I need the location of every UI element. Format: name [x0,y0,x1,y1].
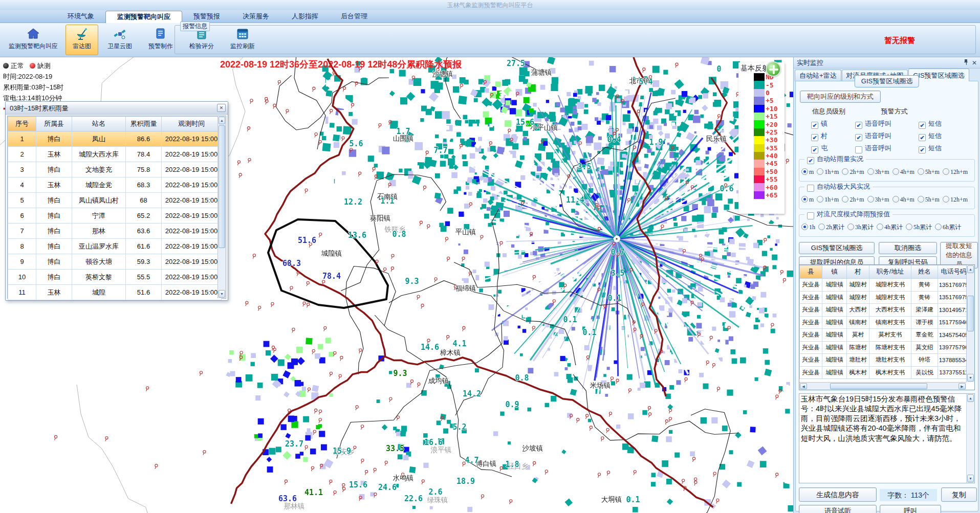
scroll-down-icon[interactable]: ▼ [219,290,225,298]
table-row[interactable]: 兴业县城隍镇枫木村枫木村支书吴以悦137375511 [800,366,970,379]
radio-icon[interactable] [935,224,942,230]
radio-option-12h+m[interactable]: 12h+m [943,195,971,203]
menu-tab-人影指挥[interactable]: 人影指挥 [280,10,330,23]
message-scrollbar[interactable]: ▲ ▼ [966,394,974,483]
table-row[interactable]: 9博白顿谷大塘59.32022-08-19 15:00 [8,254,222,270]
table-row[interactable]: 6博白宁潭65.22022-08-19 15:00 [8,208,222,224]
rain-table-scrollbar[interactable]: ▲ ▼ [217,116,226,298]
table-row[interactable]: 兴业县城隍镇城隍村城隍村支书黄铸135176975 [800,291,970,304]
contact-col-header-镇[interactable]: 镇 [822,265,847,279]
checkbox-icon[interactable]: ✔ [919,122,926,129]
call-button[interactable]: 呼叫 [880,505,941,513]
tab-自动站+雷达[interactable]: 自动站+雷达 [795,70,841,81]
radio-icon[interactable] [943,168,949,175]
table-row[interactable]: 1博白凤山86.62022-08-19 15:00 [8,131,222,147]
radio-option-3h+m[interactable]: 3h+m [867,195,892,203]
checkbox-icon[interactable]: ✔ [811,134,818,141]
radio-icon[interactable] [817,168,823,175]
checkbox-level-村[interactable]: ✔村 [811,131,827,141]
radio-icon[interactable] [801,196,808,203]
checkbox-level-镇[interactable]: ✔镇 [811,119,827,129]
rain-col-header-序号[interactable]: 序号 [8,117,36,131]
toolbar-button-卫星云图[interactable]: 卫星云图 [100,25,139,55]
scroll-down-icon[interactable]: ▼ [967,374,974,382]
panel-close-icon[interactable]: ✕ [972,59,977,67]
radio-icon[interactable] [892,196,899,203]
checkbox-sms[interactable]: ✔短信 [919,131,942,141]
rain-col-header-累积雨量[interactable]: 累积雨量 [126,117,162,131]
checkbox-voice-call[interactable]: ✔语音呼叫 [855,144,891,153]
table-row[interactable]: 兴业县城隍镇城隍村城隍村支书黄铸135176975 [800,279,970,292]
radio-option-1h[interactable]: 1h [801,223,818,231]
checkbox-icon[interactable]: ✔ [807,157,814,164]
menu-tab-后台管理[interactable]: 后台管理 [330,10,379,23]
contact-col-header-电话号码[interactable]: 电话号码 [938,265,970,279]
scroll-up-icon[interactable]: ▲ [967,265,974,273]
table-row[interactable]: 4玉林城隍金党68.32022-08-19 15:00 [8,177,222,193]
menu-tab-监测预警靶向叫应[interactable]: 监测预警靶向叫应 [105,11,182,23]
checkbox-icon[interactable]: ✔ [855,134,862,141]
target-call-level-button[interactable]: 靶向叫应的级别和方式 [800,91,881,103]
checkbox-icon[interactable]: ✔ [807,185,814,192]
checkbox-sms[interactable]: ✔短信 [919,119,942,129]
radio-icon[interactable] [817,196,823,203]
generate-message-button[interactable]: 生成信息内容 [799,487,877,502]
scroll-up-icon[interactable]: ▲ [219,117,225,124]
gis-select-button[interactable]: GIS预警区域圈选 [799,242,875,254]
menu-tab-预警预报[interactable]: 预警预报 [182,10,231,23]
checkbox-level-屯[interactable]: ✔屯 [811,144,827,153]
contact-col-header-县[interactable]: 县 [800,265,822,279]
contact-col-header-职务/地址[interactable]: 职务/地址 [869,265,911,279]
message-textarea[interactable]: 玉林市气象台19日5时15分发布暴雨橙色预警信号：4时以来兴业县城隍大西水库已出… [799,393,975,483]
contact-col-header-村[interactable]: 村 [847,265,869,279]
scroll-left-icon[interactable]: ◀ [800,383,807,389]
scroll-up-icon[interactable]: ▲ [967,394,974,402]
contact-col-header-姓名[interactable]: 姓名 [911,265,938,279]
radio-option-5h累计[interactable]: 5h累计 [906,223,935,231]
radio-icon[interactable] [906,224,912,230]
radio-icon[interactable] [842,196,848,203]
copy-button[interactable]: 复制 [941,487,977,502]
table-row[interactable]: 2玉林城隍大西水库78.42022-08-19 15:00 [8,147,222,162]
radio-icon[interactable] [801,168,808,175]
radio-option-4h+m[interactable]: 4h+m [892,168,918,175]
radio-option-6h累计[interactable]: 6h累计 [935,223,964,231]
radio-icon[interactable] [918,196,924,203]
table-row[interactable]: 兴业县城隍镇镇南村镇南村支书谭于模151775946 [800,316,970,329]
table-row[interactable]: 10博白英桥文黎55.52022-08-19 15:00 [8,270,222,285]
checkbox-icon[interactable]: ✔ [855,146,862,153]
cancel-select-button[interactable]: 取消圈选 [879,242,937,254]
radio-option-m[interactable]: m [801,195,817,203]
table-row[interactable]: 兴业县城隍镇塘肚村塘肚村支书钟塔137885534 [800,354,970,367]
checkbox-sms[interactable]: ✔短信 [919,144,942,153]
checkbox-icon[interactable]: ✔ [811,146,818,153]
radio-option-4h+m[interactable]: 4h+m [892,195,918,203]
radio-option-2h+m[interactable]: 2h+m [842,195,867,203]
table-row[interactable]: 兴业县城隍镇莫村莫村支书覃金乾134575405 [800,329,970,342]
checkbox-icon[interactable]: ✔ [855,122,862,129]
checkbox-voice-call[interactable]: ✔语音呼叫 [855,119,891,129]
toolbar-button-监测预警靶向叫应[interactable]: 监测预警靶向叫应 [3,25,63,55]
scroll-down-icon[interactable]: ▼ [967,475,974,482]
radio-icon[interactable] [818,224,825,230]
table-row[interactable]: 3博白文地姜充75.82022-08-19 15:00 [8,162,222,177]
radio-icon[interactable] [892,168,899,175]
close-icon[interactable]: ✕ [217,104,226,112]
radio-icon[interactable] [877,224,883,230]
toolbar-button-雷达图[interactable]: 雷达图 [66,25,98,55]
radio-option-1h+m[interactable]: 1h+m [817,195,842,203]
menu-tab-决策服务[interactable]: 决策服务 [231,10,280,23]
radio-option-5h+m[interactable]: 5h+m [918,168,943,175]
checkbox-icon[interactable]: ✔ [919,146,926,153]
table-row[interactable]: 7博白那林63.62022-08-19 15:00 [8,224,222,239]
radio-option-2h累计[interactable]: 2h累计 [818,223,847,231]
radio-option-2h+m[interactable]: 2h+m [842,168,867,175]
rain-col-header-所属县[interactable]: 所属县 [36,117,72,131]
table-row[interactable]: 11玉林城隍51.62022-08-19 15:00 [8,285,222,300]
radio-option-12h+m[interactable]: 12h+m [943,168,971,175]
radio-option-5h+m[interactable]: 5h+m [918,195,943,203]
radio-icon[interactable] [801,224,808,230]
checkbox-icon[interactable]: ✔ [811,122,818,129]
table-row[interactable]: 兴业县城隍镇大西村大西村支书梁泽建130149571 [800,304,970,317]
radio-icon[interactable] [918,168,924,175]
